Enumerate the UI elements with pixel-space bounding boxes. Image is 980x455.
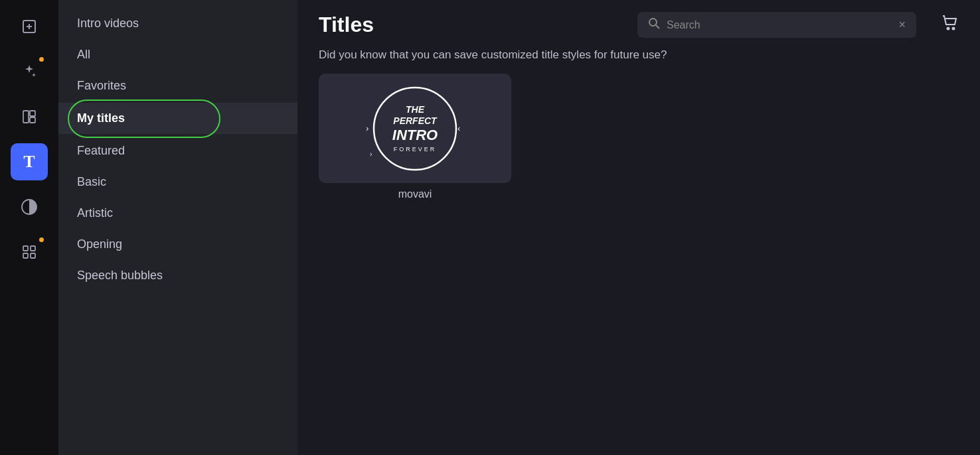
template-button[interactable]: [11, 98, 48, 135]
svg-rect-9: [23, 253, 28, 258]
sidebar-item-intro-videos[interactable]: Intro videos: [58, 8, 297, 39]
titles-grid: › ‹ › THE PERFECT INTRO FOREVER movavi: [297, 74, 980, 200]
stickers-button[interactable]: [11, 233, 48, 271]
svg-line-12: [656, 25, 659, 29]
search-bar: ×: [637, 12, 916, 38]
svg-text:›: ›: [366, 123, 368, 133]
sidebar-item-featured[interactable]: Featured: [58, 135, 297, 166]
badge-text: THE PERFECT INTRO FOREVER: [392, 104, 438, 153]
magic-dot: [39, 57, 44, 62]
add-media-button[interactable]: [11, 8, 48, 45]
my-titles-wrapper: My titles: [58, 103, 297, 134]
svg-point-13: [947, 28, 949, 30]
title-thumbnail-movavi: › ‹ › THE PERFECT INTRO FOREVER: [319, 74, 511, 183]
sidebar-item-favorites[interactable]: Favorites: [58, 70, 297, 101]
svg-text:‹: ‹: [457, 123, 460, 133]
title-name-movavi: movavi: [319, 188, 511, 200]
title-card-movavi[interactable]: › ‹ › THE PERFECT INTRO FOREVER movavi: [319, 74, 511, 200]
svg-text:›: ›: [370, 151, 372, 158]
cart-icon[interactable]: [940, 13, 959, 36]
svg-rect-10: [31, 253, 35, 258]
magic-button[interactable]: [11, 53, 48, 90]
icon-bar: T: [0, 0, 58, 455]
sidebar-item-artistic[interactable]: Artistic: [58, 198, 297, 229]
page-title: Titles: [319, 13, 374, 37]
search-input[interactable]: [667, 19, 892, 31]
effects-button[interactable]: [11, 188, 48, 226]
info-text: Did you know that you can save customize…: [297, 46, 980, 74]
header: Titles ×: [297, 0, 980, 46]
sidebar-item-my-titles[interactable]: My titles: [58, 103, 297, 134]
svg-rect-7: [23, 246, 28, 251]
svg-rect-3: [23, 111, 29, 123]
main-content: Titles × Did you know that you can save …: [297, 0, 980, 455]
stickers-dot: [39, 237, 44, 242]
sidebar-item-opening[interactable]: Opening: [58, 229, 297, 260]
svg-rect-4: [30, 111, 35, 116]
svg-rect-5: [30, 117, 35, 123]
search-clear-button[interactable]: ×: [898, 18, 906, 32]
sidebar-item-basic[interactable]: Basic: [58, 166, 297, 198]
titles-button[interactable]: T: [11, 143, 48, 180]
sidebar-item-all[interactable]: All: [58, 39, 297, 70]
svg-rect-8: [31, 246, 35, 251]
svg-point-14: [953, 28, 955, 30]
search-icon: [648, 17, 660, 32]
sidebar-item-speech-bubbles[interactable]: Speech bubbles: [58, 260, 297, 291]
sidebar: Intro videos All Favorites My titles Fea…: [58, 0, 297, 455]
svg-point-11: [649, 19, 657, 26]
